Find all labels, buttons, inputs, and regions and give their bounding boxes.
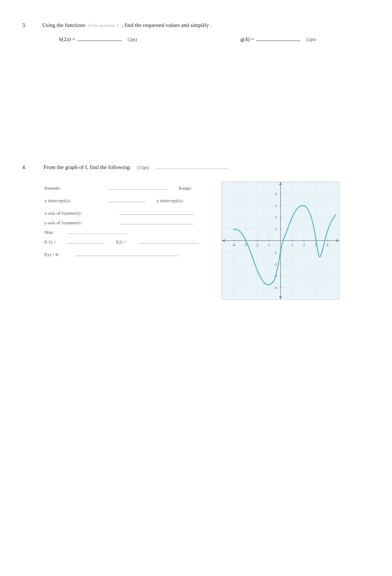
x-intercept-blank[interactable] — [109, 197, 145, 202]
q3-body: h(2a) = (2pt) g(4) = (2pt) — [59, 35, 370, 42]
y-intercept-label: y-intercept(s): — [157, 198, 219, 204]
f2-label: f(2) = — [116, 239, 138, 245]
domain-blank[interactable] — [109, 184, 168, 190]
fx0-label: f(x) = 0: — [44, 252, 74, 258]
domain-label: Domain: — [44, 186, 107, 191]
svg-text:-2: -2 — [274, 262, 277, 266]
q4-number: 4. — [22, 164, 41, 170]
q3-item-g4: g(4) = (2pt) — [240, 35, 316, 42]
svg-text:-3: -3 — [244, 243, 247, 247]
svg-text:1: 1 — [291, 243, 293, 247]
page: 3. Using the functions from question 2 ,… — [0, 0, 392, 576]
y-symmetry-blank[interactable] — [120, 219, 193, 224]
question-3: 3. Using the functions from question 2 ,… — [22, 22, 370, 42]
svg-text:4: 4 — [275, 192, 277, 196]
q4-left-panel: Domain: Range: x-intercept(s): — [44, 182, 214, 300]
f-values-row: f(-1) = f(2) = — [44, 238, 214, 248]
y-symmetry-label: y-axis of Symmetry: — [44, 220, 118, 226]
q3-header: 3. Using the functions from question 2 ,… — [22, 22, 370, 28]
q4-points: (15pt) — [137, 165, 149, 170]
q3-text-part3: , find the requested values and simplify — [122, 22, 209, 28]
svg-text:3: 3 — [275, 204, 277, 208]
svg-text:-2: -2 — [255, 243, 258, 247]
domain-row: Domain: — [44, 184, 168, 191]
svg-text:-1: -1 — [274, 251, 277, 255]
f-neg1-row: f(-1) = — [44, 238, 105, 245]
svg-text:2: 2 — [303, 243, 305, 247]
graph-container: 1 2 3 4 -1 -2 -3 — [221, 182, 340, 300]
g4-label: g(4) = — [240, 36, 254, 42]
min-label: Min: — [44, 230, 66, 235]
y-symmetry-row: y-axis of Symmetry: — [44, 219, 214, 226]
x-symmetry-label: x-axis of Symmetry: — [44, 211, 118, 216]
h2a-blank[interactable] — [78, 35, 122, 41]
graph-svg: 1 2 3 4 -1 -2 -3 — [222, 182, 339, 299]
f-neg1-blank[interactable] — [68, 238, 105, 244]
q3-text-part1: Using the functions — [42, 22, 86, 28]
q3-text-part2: from question 2 — [89, 23, 119, 28]
fx0-blank[interactable] — [75, 251, 179, 256]
x-intercept-row: x-intercept(s): — [44, 197, 145, 204]
min-row: Min: — [44, 229, 214, 235]
domain-range-row: Domain: Range: — [44, 184, 214, 194]
g4-blank[interactable] — [256, 35, 300, 41]
q4-text: From the graph of f, find the following: — [44, 164, 131, 170]
q3-item-h2a: h(2a) = (2pt) — [59, 35, 137, 42]
svg-text:-4: -4 — [274, 286, 277, 290]
min-blank[interactable] — [68, 229, 127, 234]
fx0-row: f(x) = 0: — [44, 251, 214, 258]
q4-header: 4. From the graph of f, find the followi… — [22, 164, 370, 170]
h2a-points: (2pt) — [128, 37, 137, 42]
svg-text:2: 2 — [275, 215, 277, 219]
q3-text-part4: . — [210, 22, 212, 28]
q4-graph-panel: 1 2 3 4 -1 -2 -3 — [221, 182, 343, 300]
svg-text:-1: -1 — [267, 243, 270, 247]
h2a-label: h(2a) = — [59, 36, 75, 42]
svg-text:1: 1 — [275, 227, 277, 231]
g4-points: (2pt) — [306, 37, 316, 42]
x-symmetry-blank[interactable] — [120, 210, 193, 215]
f-neg1-label: f(-1) = — [44, 239, 66, 245]
question-4: 4. From the graph of f, find the followi… — [22, 164, 370, 300]
intercept-row: x-intercept(s): y-intercept(s): — [44, 197, 214, 207]
f2-blank[interactable] — [140, 238, 199, 244]
svg-text:-4: -4 — [232, 243, 235, 247]
x-intercept-label: x-intercept(s): — [44, 198, 107, 204]
f2-row: f(2) = — [116, 238, 199, 245]
svg-text:4: 4 — [327, 243, 329, 247]
x-symmetry-row: x-axis of Symmetry: — [44, 210, 214, 216]
q4-body: Domain: Range: x-intercept(s): — [44, 182, 370, 300]
q3-number: 3. — [22, 22, 41, 28]
